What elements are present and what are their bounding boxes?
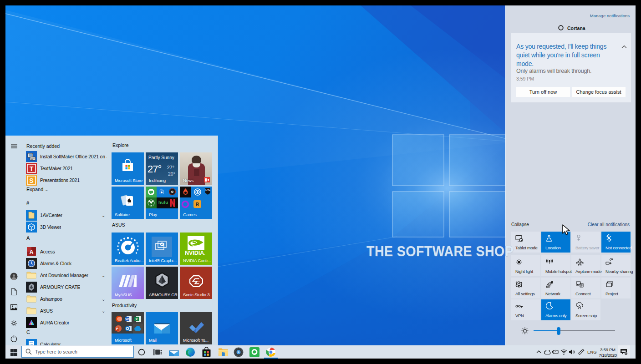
svg-text:R: R bbox=[196, 202, 199, 207]
svg-text:T: T bbox=[30, 165, 34, 172]
svg-text:X: X bbox=[135, 317, 138, 321]
svg-text:EPIC: EPIC bbox=[205, 189, 210, 191]
svg-text:S: S bbox=[29, 177, 33, 184]
svg-text:P: P bbox=[116, 327, 119, 331]
svg-text:A: A bbox=[30, 249, 34, 255]
svg-text:W: W bbox=[125, 317, 129, 321]
